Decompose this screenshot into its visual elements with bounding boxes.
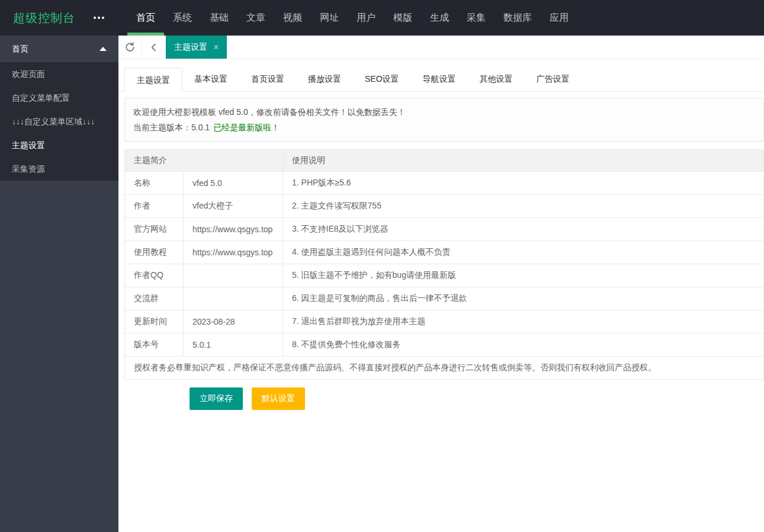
topnav-item[interactable]: 应用 [541, 0, 577, 36]
welcome-notice: 欢迎使用大橙影视模板 vfed 5.0，修改前请备份相关文件！以免数据丢失！ 当… [124, 98, 764, 142]
table-row: 更新时间 2023-08-28 7. 退出售后群即视为放弃使用本主题 [125, 310, 764, 334]
top-navigation: 首页 系统 基础 文章 视频 网址 用户 模版 生成 采集 数据库 应用 [127, 0, 577, 36]
sidebar-item[interactable]: 采集资源 [0, 157, 118, 181]
sidebar: 首页 欢迎页面自定义菜单配置↓↓↓自定义菜单区域↓↓↓主题设置采集资源 [0, 36, 118, 532]
topnav-item-label: 生成 [430, 12, 449, 24]
settings-content: 欢迎使用大橙影视模板 vfed 5.0，修改前请备份相关文件！以免数据丢失！ 当… [118, 92, 764, 410]
settings-subtab[interactable]: SEO设置 [353, 67, 411, 92]
settings-subtab[interactable]: 首页设置 [239, 67, 296, 92]
row-value [184, 264, 283, 287]
refresh-button[interactable] [118, 36, 142, 59]
settings-subtab[interactable]: 基本设置 [182, 67, 239, 92]
topnav-item-label: 视频 [283, 12, 302, 24]
topnav-item[interactable]: 基础 [201, 0, 237, 36]
row-label: 作者 [125, 195, 184, 218]
topnav-item[interactable]: 采集 [458, 0, 495, 36]
topnav-item[interactable]: 模版 [384, 0, 421, 36]
topnav-item-label: 采集 [467, 12, 486, 24]
settings-subtab[interactable]: 广告设置 [525, 67, 582, 92]
topnav-item-label: 文章 [246, 12, 265, 24]
latest-version-link[interactable]: 已经是最新版啦！ [213, 123, 280, 132]
topnav-item-label: 应用 [550, 12, 569, 24]
top-header: 超级控制台 首页 系统 基础 文章 视频 网址 用户 模版 生成 采集 数据库 … [0, 0, 764, 36]
table-row: 官方网站 https://www.qsgys.top 3. 不支持IE8及以下浏… [125, 218, 764, 241]
topnav-item[interactable]: 首页 [127, 0, 164, 36]
row-label: 官方网站 [125, 218, 184, 241]
row-value: https://www.qsgys.top [184, 218, 283, 241]
disclaimer-row: 授权者务必尊重知识产权，严格保证不恶意传播产品源码、不得直接对授权的产品本身进行… [125, 357, 764, 380]
topnav-item-label: 首页 [136, 12, 155, 24]
topnav-item[interactable]: 用户 [348, 0, 384, 36]
refresh-icon [124, 41, 136, 53]
app-logo: 超级控制台 [0, 0, 94, 36]
topnav-item[interactable]: 生成 [421, 0, 458, 36]
topnav-item[interactable]: 数据库 [495, 0, 541, 36]
topnav-item-label: 网址 [320, 12, 339, 24]
save-button[interactable]: 立即保存 [190, 387, 243, 410]
sidebar-item[interactable]: ↓↓↓自定义菜单区域↓↓↓ [0, 110, 118, 133]
row-label: 使用教程 [125, 241, 184, 264]
column-header-usage: 使用说明 [283, 150, 764, 172]
row-note: 5. 旧版主题不予维护，如有bug请使用最新版 [283, 264, 764, 287]
settings-subtab[interactable]: 主题设置 [124, 68, 182, 92]
column-header-intro: 主题简介 [125, 150, 283, 172]
topnav-item[interactable]: 网址 [311, 0, 348, 36]
row-note: 2. 主题文件读写权限755 [283, 195, 764, 218]
topnav-item-label: 用户 [357, 12, 375, 24]
table-header-row: 主题简介 使用说明 [125, 150, 764, 172]
row-note: 6. 因主题是可复制的商品，售出后一律不予退款 [283, 287, 764, 310]
settings-subtab[interactable]: 其他设置 [468, 67, 525, 92]
row-note: 4. 使用盗版主题遇到任何问题本人概不负责 [283, 241, 764, 264]
row-label: 更新时间 [125, 310, 184, 334]
row-label: 版本号 [125, 334, 184, 357]
tab-bar: 主题设置 × [118, 36, 764, 59]
row-value: vfed大橙子 [184, 195, 283, 218]
topnav-item-label: 数据库 [503, 12, 532, 24]
sidebar-item[interactable]: 自定义菜单配置 [0, 86, 118, 110]
sidebar-item[interactable]: 欢迎页面 [0, 62, 118, 86]
open-tab-label: 主题设置 [174, 42, 207, 53]
row-value: 5.0.1 [184, 334, 283, 357]
theme-info-table: 主题简介 使用说明 名称 vfed 5.0 1. PHP版本≥5.6 作者 vf… [124, 149, 764, 380]
settings-subtab[interactable]: 播放设置 [296, 67, 353, 92]
notice-version-text: 当前主题版本：5.0.1 [133, 123, 210, 132]
default-settings-button[interactable]: 默认设置 [252, 387, 305, 410]
action-buttons: 立即保存 默认设置 [190, 387, 764, 410]
row-label: 名称 [125, 172, 184, 195]
notice-line2: 当前主题版本：5.0.1已经是最新版啦！ [133, 120, 755, 135]
row-value: 2023-08-28 [184, 310, 283, 334]
tab-close-icon[interactable]: × [213, 43, 219, 52]
topnav-item-label: 模版 [393, 12, 412, 24]
topnav-item[interactable]: 系统 [164, 0, 201, 36]
table-row: 作者 vfed大橙子 2. 主题文件读写权限755 [125, 195, 764, 218]
sidebar-submenu: 欢迎页面自定义菜单配置↓↓↓自定义菜单区域↓↓↓主题设置采集资源 [0, 62, 118, 181]
row-label: 交流群 [125, 287, 184, 310]
sidebar-group-home[interactable]: 首页 [0, 36, 118, 62]
table-row: 版本号 5.0.1 8. 不提供免费个性化修改服务 [125, 334, 764, 357]
row-note: 3. 不支持IE8及以下浏览器 [283, 218, 764, 241]
topnav-item-label: 基础 [210, 12, 229, 24]
notice-line1: 欢迎使用大橙影视模板 vfed 5.0，修改前请备份相关文件！以免数据丢失！ [133, 104, 755, 120]
row-note: 7. 退出售后群即视为放弃使用本主题 [283, 310, 764, 334]
sidebar-item[interactable]: 主题设置 [0, 133, 118, 157]
sidebar-group-label: 首页 [12, 44, 28, 53]
disclaimer-text: 授权者务必尊重知识产权，严格保证不恶意传播产品源码、不得直接对授权的产品本身进行… [125, 357, 764, 380]
row-value [184, 287, 283, 310]
more-dots-icon[interactable] [94, 0, 127, 36]
open-tab-theme-settings[interactable]: 主题设置 × [166, 36, 227, 59]
settings-subtab[interactable]: 导航设置 [411, 67, 468, 92]
table-row: 作者QQ 5. 旧版主题不予维护，如有bug请使用最新版 [125, 264, 764, 287]
topnav-item[interactable]: 视频 [274, 0, 311, 36]
row-note: 1. PHP版本≥5.6 [283, 172, 764, 195]
chevron-left-icon [149, 43, 159, 52]
triangle-up-icon [99, 47, 107, 51]
table-row: 名称 vfed 5.0 1. PHP版本≥5.6 [125, 172, 764, 195]
topnav-item[interactable]: 文章 [237, 0, 274, 36]
row-value: vfed 5.0 [184, 172, 283, 195]
row-value: https://www.qsgys.top [184, 241, 283, 264]
row-note: 8. 不提供免费个性化修改服务 [283, 334, 764, 357]
table-row: 交流群 6. 因主题是可复制的商品，售出后一律不予退款 [125, 287, 764, 310]
back-button[interactable] [142, 36, 166, 59]
main-area: 主题设置 × 主题设置基本设置首页设置播放设置SEO设置导航设置其他设置广告设置… [118, 36, 764, 532]
settings-subtab-bar: 主题设置基本设置首页设置播放设置SEO设置导航设置其他设置广告设置 [118, 59, 764, 92]
